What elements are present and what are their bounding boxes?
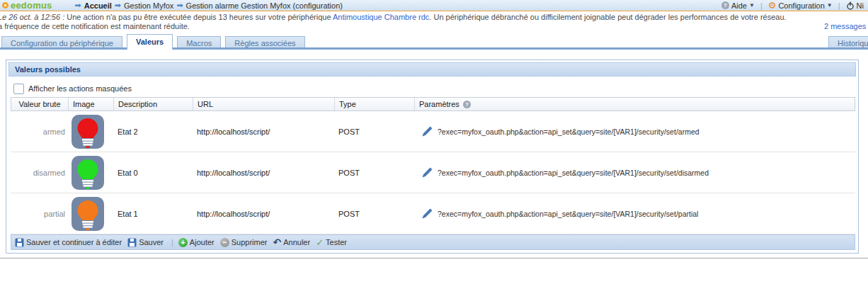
notification-line-2: a fréquence de cette notification est ma… <box>0 22 868 31</box>
header-url: URL <box>193 98 335 110</box>
parametres-help-icon[interactable]: ? <box>463 101 471 108</box>
table-row-disarmed: disarmed Etat 0 http://localhost/script/… <box>11 152 855 193</box>
values-panel: Valeurs possibles Afficher les actions m… <box>6 59 859 254</box>
save-icon <box>127 238 137 247</box>
masked-actions-row: Afficher les actions masquées <box>6 79 858 96</box>
header-image: Image <box>69 98 114 110</box>
edit-pencil-icon[interactable] <box>421 208 433 220</box>
test-button[interactable]: ✓ Tester <box>316 237 347 248</box>
value-description: Etat 1 <box>113 210 193 218</box>
panel-title: Valeurs possibles <box>8 62 856 76</box>
table-row-partial: partial Etat 1 http://localhost/script/ … <box>11 193 855 234</box>
value-url: http://localhost/script/ <box>193 169 334 177</box>
breadcrumb-gestion-myfox[interactable]: Gestion Myfox <box>124 1 173 10</box>
value-url: http://localhost/script/ <box>193 210 334 218</box>
gear-icon: ⚙ <box>768 1 777 9</box>
raw-value: disarmed <box>11 169 68 177</box>
undo-icon: ↶ <box>273 238 281 247</box>
notification-line-1: Le 26 oct. à 12:56 : Une action n'a pas … <box>0 13 868 22</box>
header-type: Type <box>335 98 415 110</box>
power-icon <box>846 1 855 10</box>
divider: | <box>760 1 763 10</box>
value-url: http://localhost/script/ <box>193 127 334 136</box>
table-header-row: Valeur brute Image Description URL Type … <box>11 97 855 111</box>
value-description: Etat 0 <box>113 169 193 177</box>
raw-value: armed <box>11 127 68 136</box>
top-bar: eedomus ➡ Accueil ➡ Gestion Myfox ➡ Gest… <box>0 0 868 11</box>
value-type: POST <box>334 127 414 136</box>
power-user-menu[interactable]: Ni <box>846 1 864 10</box>
divider: | <box>838 1 840 10</box>
divider: | <box>171 238 173 246</box>
logo-text: eedomus <box>11 0 52 11</box>
value-image-tile[interactable] <box>72 197 104 231</box>
table-row-armed: armed Etat 2 http://localhost/script/ PO… <box>11 111 855 152</box>
notification-date: Le 26 oct. à 12:56 : <box>0 13 64 21</box>
value-image-tile[interactable] <box>72 156 104 190</box>
check-icon: ✓ <box>316 237 324 248</box>
bulb-icon <box>72 156 104 190</box>
add-button[interactable]: + Ajouter <box>178 238 215 247</box>
edit-pencil-icon[interactable] <box>421 166 433 178</box>
checkbox-label: Afficher les actions masquées <box>28 84 132 93</box>
value-type: POST <box>334 210 414 218</box>
configuration-menu[interactable]: ⚙ Configuration ▼ <box>768 1 833 10</box>
help-icon: ? <box>721 1 729 9</box>
cancel-button[interactable]: ↶ Annuler <box>273 238 310 247</box>
show-masked-actions-checkbox[interactable] <box>13 84 24 94</box>
tab-bar: Configuration du périphérique Valeurs Ma… <box>0 34 868 50</box>
minus-icon: − <box>220 238 229 247</box>
header-description: Description <box>114 98 193 110</box>
help-menu[interactable]: ? Aide ▼ <box>721 1 755 10</box>
value-params: ?exec=myfox_oauth.php&action=api_set&que… <box>438 210 698 218</box>
save-icon <box>15 238 24 247</box>
values-table: Valeur brute Image Description URL Type … <box>11 97 855 234</box>
plus-icon: + <box>178 238 188 247</box>
page-divider <box>0 258 868 259</box>
breadcrumb-accueil[interactable]: Accueil <box>84 1 112 10</box>
actions-toolbar: Sauver et continuer à éditer Sauver | + … <box>11 234 855 250</box>
save-and-continue-button[interactable]: Sauver et continuer à éditer <box>15 238 122 247</box>
messages-link[interactable]: 2 messages non lus <box>824 22 868 30</box>
header-valeur-brute: Valeur brute <box>11 98 69 110</box>
tab-valeurs[interactable]: Valeurs <box>127 34 173 50</box>
header-parametres: Paramètres ? <box>415 98 855 110</box>
eedomus-logo[interactable]: eedomus <box>2 0 52 11</box>
breadcrumb-arrow-icon: ➡ <box>176 1 183 10</box>
value-params: ?exec=myfox_oauth.php&action=api_set&que… <box>438 169 709 177</box>
chevron-down-icon: ▼ <box>749 2 755 8</box>
logo-icon <box>2 2 8 8</box>
edit-pencil-icon[interactable] <box>421 125 433 137</box>
chevron-down-icon: ▼ <box>827 2 833 8</box>
value-image-tile[interactable] <box>72 115 104 149</box>
raw-value: partial <box>11 210 68 218</box>
breadcrumb-arrow-icon: ➡ <box>115 1 121 10</box>
delete-button[interactable]: − Supprimer <box>220 238 268 247</box>
notification-banner: Le 26 oct. à 12:56 : Une action n'a pas … <box>0 11 868 31</box>
breadcrumb-arrow-icon: ➡ <box>74 1 81 10</box>
value-type: POST <box>334 169 414 177</box>
save-button[interactable]: Sauver <box>127 238 164 247</box>
value-description: Etat 2 <box>113 127 193 136</box>
bulb-icon <box>72 197 104 231</box>
breadcrumb-gestion-alarme[interactable]: Gestion alarme Gestion Myfox (configurat… <box>186 1 343 10</box>
bulb-icon <box>72 115 104 149</box>
device-link[interactable]: Antimoustique Chambre rdc <box>333 13 429 21</box>
value-params: ?exec=myfox_oauth.php&action=api_set&que… <box>438 127 699 136</box>
